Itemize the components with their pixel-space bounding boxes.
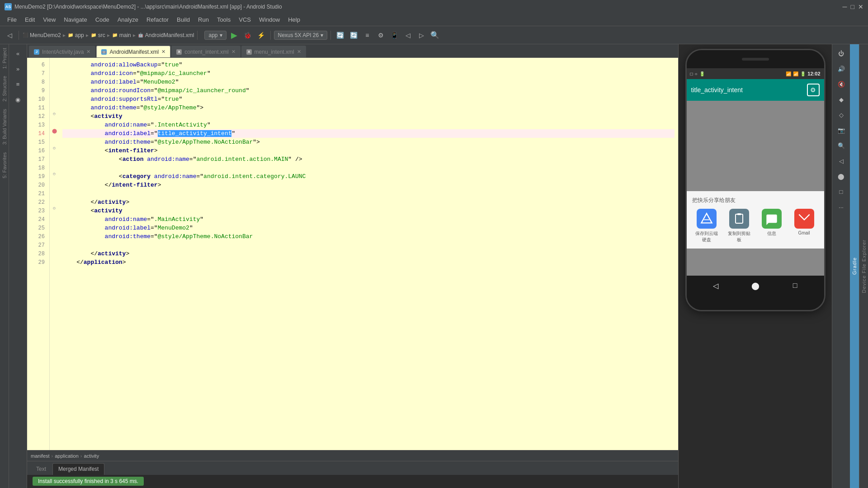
tab-menu-close[interactable]: ✕ bbox=[297, 49, 301, 55]
tab-intent-activity[interactable]: J IntentActivity.java ✕ bbox=[29, 46, 95, 57]
right-btn-more[interactable]: ··· bbox=[834, 200, 849, 214]
tab-intent-close[interactable]: ✕ bbox=[86, 49, 90, 55]
apply-changes-btn[interactable]: ⚡ bbox=[255, 29, 267, 41]
menu-help[interactable]: Help bbox=[284, 15, 304, 24]
settings-icon[interactable]: ⚙ bbox=[807, 84, 820, 96]
expand-btn[interactable]: » bbox=[11, 61, 25, 76]
gutter-28 bbox=[50, 247, 59, 255]
sync-btn[interactable]: 🔄 bbox=[334, 29, 346, 41]
menu-navigate[interactable]: Navigate bbox=[60, 15, 90, 24]
left-icon-panel: « » ≡ ◉ bbox=[9, 44, 27, 488]
minimize-btn[interactable]: ─ bbox=[843, 3, 847, 10]
menu-view[interactable]: View bbox=[39, 15, 59, 24]
right-btn-home[interactable]: ⬤ bbox=[834, 169, 849, 183]
tab-content-close[interactable]: ✕ bbox=[231, 49, 236, 55]
gradle-panel[interactable]: Gradle bbox=[850, 44, 859, 488]
tab-merged-manifest[interactable]: Merged Manifest bbox=[52, 463, 104, 475]
right-btn-camera[interactable]: 📷 bbox=[834, 123, 849, 137]
gutter-17 bbox=[50, 152, 59, 161]
right-btn-shape1[interactable]: ◆ bbox=[834, 92, 849, 107]
menu-build[interactable]: Build bbox=[173, 15, 193, 24]
sdk-btn[interactable]: ⚙ bbox=[375, 29, 387, 41]
tab-content-intent-label: content_intent.xml bbox=[184, 49, 228, 55]
device-file-explorer-panel[interactable]: Device File Explorer bbox=[859, 44, 868, 488]
folder-icon3: 📁 bbox=[112, 32, 118, 38]
panel-btn1[interactable]: ≡ bbox=[11, 77, 25, 91]
right-btn-back[interactable]: ◁ bbox=[834, 154, 849, 168]
right-btn-vol-up[interactable]: 🔊 bbox=[834, 61, 849, 76]
gutter-9 bbox=[50, 84, 59, 92]
menu-run[interactable]: Run bbox=[194, 15, 212, 24]
sync2-btn[interactable]: 🔄 bbox=[348, 29, 359, 41]
tab-structure[interactable]: 2: Structure bbox=[0, 72, 9, 105]
debug-btn[interactable]: 🐞 bbox=[242, 29, 254, 41]
structure-btn[interactable]: ≡ bbox=[361, 29, 373, 41]
phone-time: 12:02 bbox=[807, 71, 820, 76]
menu-code[interactable]: Code bbox=[92, 15, 113, 24]
gmail-icon bbox=[794, 209, 814, 229]
right-btn-power[interactable]: ⏻ bbox=[834, 46, 849, 61]
menu-vcs[interactable]: VCS bbox=[235, 15, 255, 24]
breadcrumb-project[interactable]: ⬛ MenuDemo2 bbox=[22, 32, 61, 38]
title-controls[interactable]: ─ □ ✕ bbox=[843, 3, 863, 10]
menu-tools[interactable]: Tools bbox=[213, 15, 234, 24]
search-everywhere-btn[interactable]: 🔍 bbox=[429, 29, 441, 41]
phone-content-area bbox=[687, 101, 824, 191]
ln-6: 6 bbox=[29, 61, 47, 69]
ln-8: 8 bbox=[29, 78, 47, 86]
share-app-messages[interactable]: 信息 bbox=[759, 209, 784, 243]
run-config-dropdown[interactable]: app ▾ bbox=[204, 31, 226, 40]
prev-btn[interactable]: ◁ bbox=[402, 29, 414, 41]
nav-recents-btn[interactable]: □ bbox=[790, 280, 801, 291]
right-btn-zoom[interactable]: 🔍 bbox=[834, 138, 849, 153]
menu-window[interactable]: Window bbox=[255, 15, 283, 24]
code-line-24: android:name=".MainActivity" bbox=[62, 215, 675, 224]
breadcrumb-app[interactable]: 📁 app bbox=[67, 32, 84, 38]
next-btn[interactable]: ▷ bbox=[415, 29, 427, 41]
share-app-clipboard[interactable]: 复制到剪贴板 bbox=[726, 209, 751, 243]
gutter-27 bbox=[50, 238, 59, 247]
bottom-status-bar: Install successfully finished in 3 s 645… bbox=[27, 475, 678, 488]
tab-menu-intent[interactable]: X menu_intent.xml ✕ bbox=[241, 46, 306, 57]
share-app-drive[interactable]: 保存到云端硬盘 bbox=[694, 209, 719, 243]
tab-text[interactable]: Text bbox=[31, 463, 52, 475]
right-btn-square[interactable]: □ bbox=[834, 184, 849, 199]
breadcrumb-file[interactable]: 🤖 AndroidManifest.xml bbox=[137, 32, 194, 38]
breadcrumb-src[interactable]: 📁 src bbox=[90, 32, 105, 38]
gutter-25 bbox=[50, 221, 59, 230]
nav-back-btn[interactable]: ◁ bbox=[710, 280, 721, 291]
toolbar-sep4 bbox=[330, 31, 331, 40]
app-icon: AS bbox=[5, 3, 12, 10]
run-btn[interactable]: ▶ bbox=[228, 29, 240, 41]
right-btn-shape2[interactable]: ◇ bbox=[834, 108, 849, 122]
close-btn[interactable]: ✕ bbox=[858, 3, 863, 10]
nav-home-btn[interactable]: ⬤ bbox=[750, 280, 761, 291]
menu-refactor[interactable]: Refactor bbox=[143, 15, 172, 24]
tab-android-manifest[interactable]: 🤖 AndroidManifest.xml ✕ bbox=[96, 46, 170, 57]
gutter-24 bbox=[50, 212, 59, 221]
breadcrumb-main[interactable]: 📁 main bbox=[112, 32, 131, 38]
code-line-18 bbox=[62, 164, 675, 172]
ln-21: 21 bbox=[29, 189, 47, 198]
maximize-btn[interactable]: □ bbox=[851, 3, 854, 10]
code-line-6: android:allowBackup="true" bbox=[62, 61, 675, 69]
right-btn-vol-down[interactable]: 🔇 bbox=[834, 77, 849, 91]
share-app-gmail[interactable]: Gmail bbox=[792, 209, 816, 243]
device-config-dropdown[interactable]: Nexus 5X API 26 ▾ bbox=[274, 31, 328, 40]
code-editor[interactable]: 6 7 8 9 10 11 12 13 14 15 16 17 18 19 20… bbox=[27, 58, 678, 461]
fold-btn[interactable]: « bbox=[11, 46, 25, 61]
back-btn[interactable]: ◁ bbox=[4, 29, 15, 41]
menu-edit[interactable]: Edit bbox=[21, 15, 38, 24]
tab-project[interactable]: 1: Project bbox=[0, 44, 9, 72]
tab-favorites[interactable]: 5: Favorites bbox=[0, 149, 9, 182]
breadcrumb: ⬛ MenuDemo2 ▸ 📁 app ▸ 📁 src ▸ 📁 main ▸ 🤖… bbox=[22, 32, 194, 38]
menu-file[interactable]: File bbox=[4, 15, 20, 24]
tab-variants[interactable]: 3: Build Variants bbox=[0, 105, 9, 148]
content-tab-icon: X bbox=[176, 49, 182, 55]
tab-manifest-close[interactable]: ✕ bbox=[161, 49, 165, 55]
avd-btn[interactable]: 📱 bbox=[388, 29, 400, 41]
tab-content-intent[interactable]: X content_intent.xml ✕ bbox=[171, 46, 240, 57]
gutter-12: ⊖ bbox=[50, 109, 59, 118]
menu-analyze[interactable]: Analyze bbox=[114, 15, 142, 24]
panel-btn2[interactable]: ◉ bbox=[11, 92, 25, 107]
